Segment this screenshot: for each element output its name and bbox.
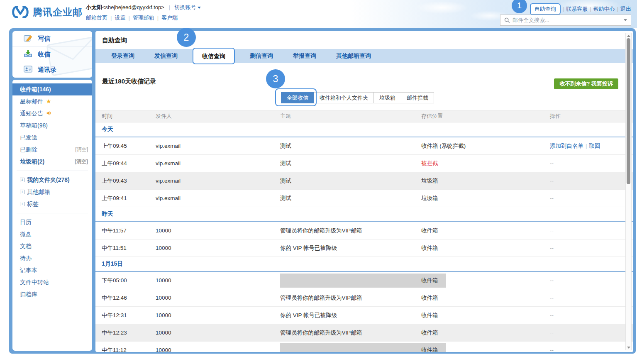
- tab-5[interactable]: 举报查询: [283, 52, 326, 60]
- nav-link-1[interactable]: 邮箱首页: [86, 15, 107, 21]
- action-link[interactable]: 取回: [589, 143, 600, 149]
- tab-2[interactable]: 发信查询: [144, 52, 188, 60]
- cell-subject: 测试: [280, 160, 421, 167]
- sidebar-item-4[interactable]: 草稿箱(98): [12, 120, 92, 132]
- sidebar-item-11[interactable]: +标签: [12, 198, 92, 210]
- search-box[interactable]: 邮件全文搜索...: [500, 15, 631, 26]
- scroll-down-arrow[interactable]: [626, 345, 631, 350]
- folder-label: 记事本: [20, 267, 37, 274]
- sidebar-item-15[interactable]: 文档: [12, 240, 92, 252]
- sidebar-item-14[interactable]: 微盘: [12, 228, 92, 240]
- receive-icon: [24, 49, 32, 59]
- cell-time: 中午12:31: [102, 312, 156, 319]
- compose-item-3[interactable]: 通讯录: [12, 62, 92, 77]
- sidebar-item-18[interactable]: 文件中转站: [12, 276, 92, 288]
- separator: |: [128, 15, 129, 21]
- filter-button-4[interactable]: 邮件拦截: [401, 92, 434, 103]
- sidebar-item-10[interactable]: +其他邮箱: [12, 186, 92, 198]
- cell-actions: --: [550, 347, 621, 352]
- table-row: 中午11:5710000管理员将你的邮箱升级为VIP邮箱收件箱--: [95, 222, 633, 239]
- cell-subject: 你的 VIP 帐号已被降级: [280, 244, 421, 252]
- cell-sender: 10000: [156, 347, 280, 352]
- header-nav: 邮箱首页|设置|管理邮箱|客户端: [86, 14, 201, 22]
- table-row: 上午09:44vip.exmail测试被拦截--: [95, 155, 633, 172]
- search-icon: [504, 17, 510, 23]
- search-input[interactable]: 邮件全文搜索...: [513, 17, 549, 24]
- filter-button-2[interactable]: 收件箱和个人文件夹: [314, 92, 374, 103]
- sidebar-item-3[interactable]: 通知公告: [12, 107, 92, 120]
- clear-folder-link[interactable]: [清空]: [75, 144, 88, 156]
- section-title: 最近180天收信记录: [102, 78, 156, 86]
- cell-actions: --: [550, 245, 621, 251]
- separator: |: [157, 15, 159, 21]
- compose-item-label: 通讯录: [38, 66, 56, 74]
- folder-label: 文件中转站: [20, 279, 49, 286]
- sidebar-item-1[interactable]: 收件箱(146): [12, 83, 92, 95]
- cell-sender: 10000: [156, 277, 280, 283]
- sidebar-item-6[interactable]: 已删除[清空]: [12, 144, 92, 156]
- table-row: 中午12:4610000管理员将你的邮箱升级为VIP邮箱收件箱--: [95, 289, 633, 307]
- separator: |: [617, 6, 618, 12]
- account-name: 小太阳: [86, 4, 102, 10]
- nav-link-3[interactable]: 管理邮箱: [133, 15, 154, 21]
- nav-link-2[interactable]: 设置: [115, 15, 125, 21]
- scrollbar[interactable]: [625, 33, 632, 350]
- page-title: 自助查询: [102, 37, 127, 44]
- sidebar-item-7[interactable]: 垃圾箱(2)[清空]: [12, 156, 92, 168]
- expand-toggle-icon[interactable]: +: [20, 202, 24, 206]
- cell-actions: --: [550, 160, 621, 166]
- sidebar-item-13[interactable]: 日历: [12, 216, 92, 228]
- nav-link-4[interactable]: 客户端: [161, 15, 178, 21]
- tab-1[interactable]: 登录查询: [101, 52, 144, 60]
- compose-item-1[interactable]: 写信: [12, 31, 92, 46]
- tab-3[interactable]: 收信查询: [193, 48, 235, 64]
- search-dropdown-icon[interactable]: [624, 19, 627, 21]
- compose-item-2[interactable]: 收信: [12, 46, 92, 62]
- sidebar-item-16[interactable]: 待办: [12, 252, 92, 264]
- top-link-1[interactable]: 自助查询: [530, 3, 561, 15]
- scrollbar-thumb[interactable]: [627, 38, 630, 184]
- cell-location: 收件箱 (系统拦截): [421, 142, 550, 150]
- sidebar-item-2[interactable]: 星标邮件★: [12, 95, 92, 107]
- brand-logo-icon: [12, 5, 29, 19]
- cell-location: 垃圾箱: [421, 195, 550, 202]
- sidebar-item-19[interactable]: 归档库: [12, 288, 92, 300]
- top-link-4[interactable]: 退出: [620, 6, 631, 12]
- cell-time: 中午11:12: [102, 347, 156, 352]
- sidebar-item-5[interactable]: 已发送: [12, 132, 92, 144]
- date-group-header: 1月15日: [95, 257, 633, 272]
- date-group-header: 今天: [95, 122, 633, 137]
- folder-label: 归档库: [20, 291, 37, 298]
- action-link[interactable]: 添加到白名单: [550, 143, 583, 149]
- sidebar-item-17[interactable]: 记事本: [12, 264, 92, 276]
- cell-sender: 10000: [156, 227, 280, 234]
- switch-account-link[interactable]: 切换账号: [174, 4, 196, 10]
- cell-time: 中午11:57: [102, 227, 156, 235]
- tab-6[interactable]: 其他邮箱查询: [326, 52, 381, 60]
- cell-location: 垃圾箱: [421, 177, 550, 185]
- table-row: 下午05:0010000收件箱--: [95, 272, 633, 289]
- folder-label: 已删除: [20, 146, 37, 153]
- cell-actions: --: [550, 295, 621, 301]
- top-link-2[interactable]: 联系客服: [566, 6, 588, 12]
- tab-4[interactable]: 删信查询: [240, 52, 283, 60]
- folder-label: 文档: [20, 243, 32, 249]
- top-link-3[interactable]: 帮助中心: [593, 6, 615, 12]
- expand-toggle-icon[interactable]: +: [20, 190, 24, 194]
- no-action-label: --: [550, 160, 554, 166]
- expand-toggle-icon[interactable]: +: [20, 178, 24, 182]
- no-action-label: --: [550, 178, 554, 184]
- complaint-button[interactable]: 收不到来信? 我要投诉: [554, 78, 618, 89]
- cell-subject: 管理员将你的邮箱升级为VIP邮箱: [280, 294, 421, 302]
- date-group-header: 昨天: [95, 207, 633, 222]
- filter-button-3[interactable]: 垃圾箱: [373, 92, 401, 103]
- cell-location: 收件箱: [421, 244, 550, 252]
- folder-label: 待办: [20, 255, 32, 261]
- sidebar-item-9[interactable]: +我的文件夹(278): [12, 174, 92, 186]
- scroll-up-arrow[interactable]: [626, 33, 631, 38]
- clear-folder-link[interactable]: [清空]: [75, 156, 88, 168]
- chevron-down-icon: [198, 7, 201, 9]
- compose-item-label: 收信: [38, 51, 50, 59]
- filter-button-1[interactable]: 全部收信: [281, 92, 314, 103]
- compose-panel: 写信收信通讯录: [12, 31, 92, 78]
